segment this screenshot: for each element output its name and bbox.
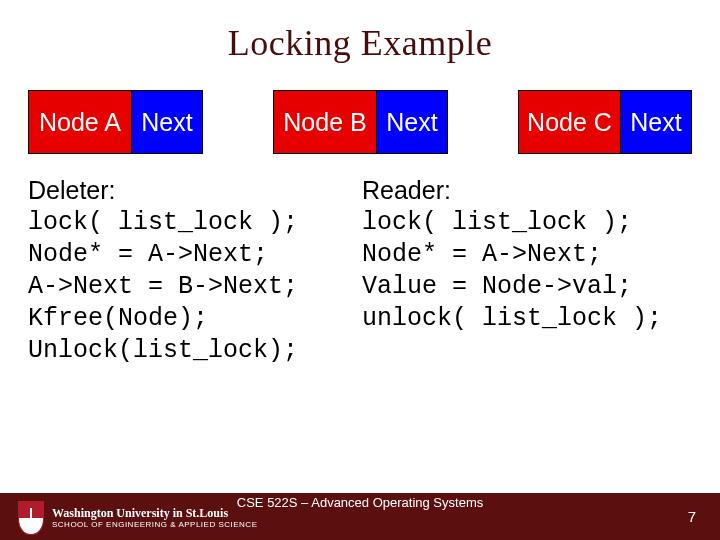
node-c-next: Next — [621, 91, 691, 153]
logo-university-name: Washington University in St.Louis — [52, 507, 257, 519]
university-logo: Washington University in St.Louis SCHOOL… — [18, 501, 257, 535]
node-b-next: Next — [377, 91, 447, 153]
deleter-title: Deleter: — [28, 176, 354, 205]
footer-bar: Washington University in St.Louis SCHOOL… — [0, 493, 720, 540]
logo-school-name: SCHOOL OF ENGINEERING & APPLIED SCIENCE — [52, 521, 257, 529]
reader-title: Reader: — [362, 176, 702, 205]
course-label: CSE 522S – Advanced Operating Systems — [237, 495, 483, 510]
reader-line: Value = Node->val; — [362, 271, 702, 303]
node-a-next: Next — [132, 91, 202, 153]
node-c-label: Node C — [519, 91, 621, 153]
node-b-label: Node B — [274, 91, 377, 153]
deleter-line: Node* = A->Next; — [28, 239, 354, 271]
node-b: Node B Next — [273, 90, 448, 154]
reader-block: Reader: lock( list_lock ); Node* = A->Ne… — [362, 176, 702, 367]
deleter-line: Kfree(Node); — [28, 303, 354, 335]
page-number: 7 — [688, 508, 702, 525]
node-a: Node A Next — [28, 90, 203, 154]
code-columns: Deleter: lock( list_lock ); Node* = A->N… — [0, 154, 720, 367]
reader-line: unlock( list_lock ); — [362, 303, 702, 335]
deleter-block: Deleter: lock( list_lock ); Node* = A->N… — [28, 176, 354, 367]
reader-line: lock( list_lock ); — [362, 207, 702, 239]
deleter-line: lock( list_lock ); — [28, 207, 354, 239]
shield-icon — [18, 501, 44, 535]
deleter-line: A->Next = B->Next; — [28, 271, 354, 303]
linked-list-diagram: Node A Next Node B Next Node C Next — [0, 64, 720, 154]
reader-line: Node* = A->Next; — [362, 239, 702, 271]
node-c: Node C Next — [518, 90, 692, 154]
footer-course: CSE 522S – Advanced Operating Systems — [237, 493, 483, 511]
node-a-label: Node A — [29, 91, 132, 153]
deleter-line: Unlock(list_lock); — [28, 335, 354, 367]
logo-text: Washington University in St.Louis SCHOOL… — [52, 507, 257, 529]
slide-title: Locking Example — [0, 0, 720, 64]
slide: Locking Example Node A Next Node B Next … — [0, 0, 720, 540]
